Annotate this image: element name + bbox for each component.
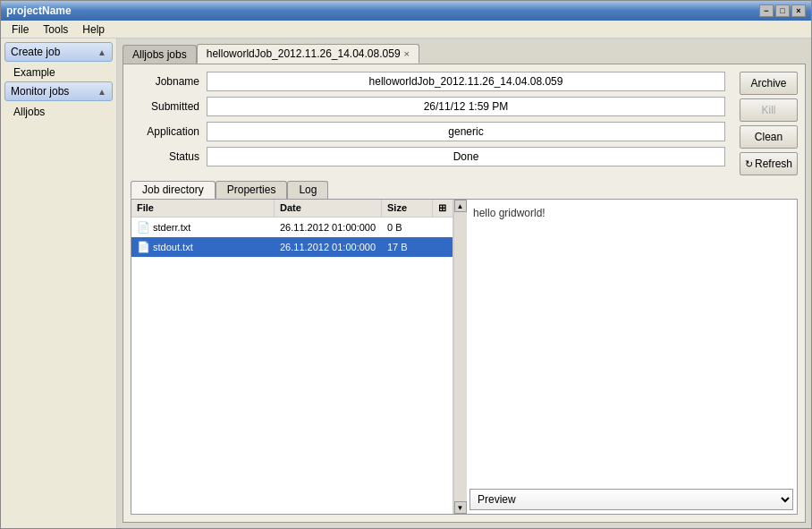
job-panel: Jobname Submitted Application	[123, 64, 806, 523]
menu-tools[interactable]: Tools	[36, 21, 75, 38]
file-area: File Date Size ⊞ 📄	[131, 199, 798, 515]
minimize-button[interactable]: −	[759, 4, 774, 17]
file-cell-size: 0 B	[382, 220, 453, 235]
chevron-up-icon: ▲	[97, 47, 106, 57]
file-cell-size: 17 B	[382, 240, 453, 254]
tab-properties[interactable]: Properties	[216, 181, 288, 199]
clean-button[interactable]: Clean	[740, 125, 798, 149]
form-rows-area: Jobname Submitted Application	[131, 72, 798, 175]
jobname-label: Jobname	[131, 75, 207, 88]
submitted-label: Submitted	[131, 100, 207, 113]
sidebar-monitor-jobs-header[interactable]: Monitor jobs ▲	[4, 81, 113, 101]
status-row: Status	[131, 147, 725, 166]
tab-alljobs[interactable]: Alljobs jobs	[123, 45, 197, 64]
main-window: projectName − □ × File Tools Help Create…	[0, 0, 812, 529]
menu-help[interactable]: Help	[75, 21, 112, 38]
col-header-file: File	[131, 200, 275, 217]
kill-button[interactable]: Kill	[740, 98, 798, 122]
application-input[interactable]	[207, 122, 725, 141]
refresh-button[interactable]: ↻ Refresh	[740, 152, 798, 175]
form-rows: Jobname Submitted Application	[131, 72, 725, 175]
window-title: projectName	[6, 4, 72, 17]
chevron-up-icon2: ▲	[97, 87, 106, 97]
scrollbar[interactable]: ▲ ▼	[453, 200, 466, 514]
table-row[interactable]: 📄 stderr.txt 26.11.2012 01:00:000 0 B	[131, 218, 453, 237]
preview-dropdown[interactable]: Preview Edit	[469, 489, 793, 510]
col-header-icon: ⊞	[433, 200, 453, 217]
file-icon: 📄	[137, 241, 150, 253]
scroll-down-button[interactable]: ▼	[454, 501, 467, 514]
preview-area: hello gridworld! Preview Edit	[466, 200, 797, 514]
sort-icon: ⊞	[438, 202, 446, 213]
preview-content: hello gridworld!	[469, 203, 793, 485]
col-header-date: Date	[275, 200, 382, 217]
menu-bar: File Tools Help	[1, 21, 811, 38]
file-list-container: File Date Size ⊞ 📄	[131, 200, 453, 514]
sidebar-item-alljobs[interactable]: Alljobs	[4, 103, 113, 121]
sidebar-create-job-label: Create job	[11, 46, 60, 58]
submitted-row: Submitted	[131, 97, 725, 116]
tab-log[interactable]: Log	[287, 181, 328, 199]
sidebar-item-example[interactable]: Example	[4, 64, 113, 81]
jobname-input[interactable]	[207, 72, 725, 91]
tabs-bar: Alljobs jobs helloworldJob_2012.11.26_14…	[123, 44, 806, 64]
main-panel: Alljobs jobs helloworldJob_2012.11.26_14…	[117, 38, 811, 528]
tab-job-directory[interactable]: Job directory	[131, 181, 216, 199]
file-rows: 📄 stderr.txt 26.11.2012 01:00:000 0 B 📄	[131, 218, 453, 514]
preview-dropdown-container: Preview Edit	[469, 489, 793, 510]
file-cell-name: 📄 stderr.txt	[131, 219, 275, 235]
sidebar: Create job ▲ Example Monitor jobs ▲ Allj…	[1, 38, 117, 528]
submitted-input[interactable]	[207, 97, 725, 116]
jobname-row: Jobname	[131, 72, 725, 91]
table-row[interactable]: 📄 stdout.txt 26.11.2012 01:00:000 17 B	[131, 237, 453, 257]
window-controls: − □ ×	[759, 4, 806, 17]
sidebar-monitor-jobs-label: Monitor jobs	[11, 85, 69, 98]
right-buttons: Archive Kill Clean ↻ Refresh	[740, 72, 798, 175]
file-cell-date: 26.11.2012 01:00:000	[275, 220, 382, 235]
scroll-track	[454, 212, 467, 501]
file-icon: 📄	[137, 221, 150, 234]
menu-file[interactable]: File	[4, 21, 36, 38]
file-cell-name: 📄 stdout.txt	[131, 239, 275, 255]
status-input[interactable]	[207, 147, 725, 166]
scroll-up-button[interactable]: ▲	[454, 200, 467, 212]
archive-button[interactable]: Archive	[740, 72, 798, 95]
sidebar-create-job-header[interactable]: Create job ▲	[4, 42, 113, 62]
col-header-size: Size	[382, 200, 433, 217]
content-area: Create job ▲ Example Monitor jobs ▲ Allj…	[1, 38, 811, 528]
refresh-icon: ↻	[745, 158, 753, 170]
inner-tabs: Job directory Properties Log	[131, 181, 798, 199]
maximize-button[interactable]: □	[775, 4, 790, 17]
application-label: Application	[131, 125, 207, 138]
title-bar: projectName − □ ×	[1, 1, 811, 21]
tab-close-icon[interactable]: ×	[404, 48, 410, 59]
close-button[interactable]: ×	[791, 4, 806, 17]
application-row: Application	[131, 122, 725, 141]
status-label: Status	[131, 150, 207, 163]
file-cell-date: 26.11.2012 01:00:000	[275, 240, 382, 254]
file-list-header: File Date Size ⊞	[131, 200, 453, 218]
tab-active-job[interactable]: helloworldJob_2012.11.26_14.04.08.059 ×	[197, 44, 419, 64]
